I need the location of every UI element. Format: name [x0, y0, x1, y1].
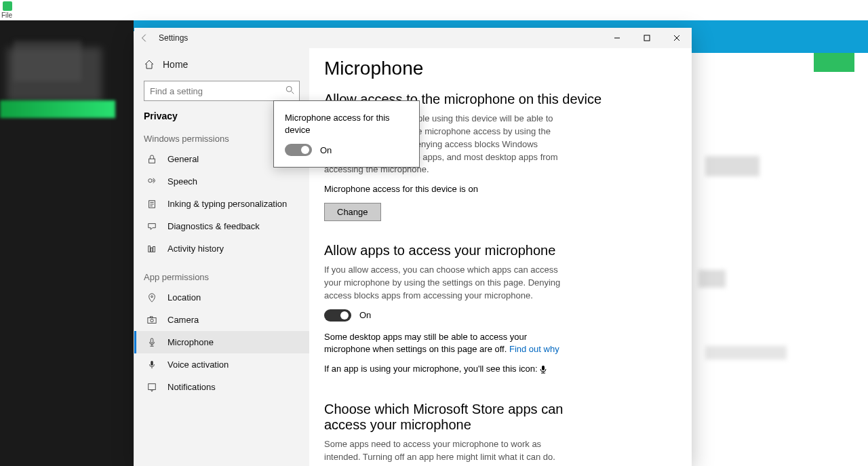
voice-icon: [146, 360, 158, 370]
sidebar-item-voice-activation[interactable]: Voice activation: [134, 353, 309, 376]
sidebar-item-label: Camera: [167, 315, 199, 325]
background-green-bar: [0, 100, 115, 118]
svg-rect-20: [542, 366, 545, 370]
sidebar-item-diagnostics[interactable]: Diagnostics & feedback: [134, 215, 309, 237]
background-blotch: [698, 270, 726, 288]
feedback-icon: [146, 222, 158, 231]
apps-access-toggle[interactable]: On: [324, 309, 673, 322]
section-heading-store-apps: Choose which Microsoft Store apps can ac…: [324, 402, 568, 433]
svg-rect-16: [150, 316, 153, 317]
sidebar-section-app-permissions: App permissions: [134, 272, 309, 286]
svg-line-3: [292, 92, 294, 94]
sidebar-item-location[interactable]: Location: [134, 286, 309, 309]
sidebar-item-label: Voice activation: [167, 360, 229, 370]
sidebar-item-activity[interactable]: Activity history: [134, 237, 309, 260]
sidebar-item-label: Notifications: [167, 382, 216, 392]
page-title: Microphone: [324, 58, 673, 79]
sidebar-home-label: Home: [163, 59, 188, 70]
background-app-menubar: File: [0, 0, 868, 20]
svg-rect-18: [151, 360, 153, 365]
search-input[interactable]: [144, 81, 300, 101]
camera-icon: [146, 315, 158, 325]
background-blotch: [7, 47, 102, 102]
svg-rect-19: [149, 383, 156, 389]
sidebar-item-notifications[interactable]: Notifications: [134, 376, 309, 398]
background-blotch: [705, 156, 760, 176]
minimize-button[interactable]: [602, 28, 632, 48]
lock-icon: [146, 155, 158, 164]
svg-rect-1: [644, 35, 650, 41]
device-access-status: Microphone access for this device is on: [324, 183, 568, 196]
svg-point-5: [149, 178, 152, 182]
microphone-icon: [540, 366, 547, 374]
sidebar-item-label: Inking & typing personalization: [167, 199, 287, 209]
svg-rect-10: [149, 246, 151, 252]
sidebar-item-label: Microphone: [167, 337, 214, 347]
sidebar-home[interactable]: Home: [134, 52, 309, 77]
sidebar-item-label: Diagnostics & feedback: [167, 221, 260, 231]
window-title: Settings: [159, 33, 188, 43]
section-desc: If you allow access, you can choose whic…: [324, 264, 568, 303]
svg-point-15: [151, 319, 153, 322]
sidebar-item-inking[interactable]: Inking & typing personalization: [134, 193, 309, 215]
background-blue-region: [692, 20, 868, 53]
back-button[interactable]: [134, 28, 155, 48]
background-blotch: [705, 346, 787, 360]
find-out-why-link[interactable]: Find out why: [509, 344, 559, 354]
microphone-icon: [146, 338, 158, 347]
svg-rect-11: [151, 248, 153, 252]
sidebar-item-speech[interactable]: Speech: [134, 170, 309, 193]
settings-window: Settings Home Privacy Windows permission…: [134, 28, 692, 466]
background-green-block: [814, 53, 854, 72]
svg-rect-14: [148, 317, 156, 323]
close-button[interactable]: [662, 28, 692, 48]
svg-rect-4: [149, 159, 155, 163]
evernote-icon: [3, 1, 12, 11]
mic-in-use-note: If an app is using your microphone, you'…: [324, 363, 568, 376]
sidebar-item-microphone[interactable]: Microphone: [134, 331, 309, 353]
sidebar-item-label: Activity history: [167, 244, 224, 254]
notifications-icon: [146, 383, 158, 392]
flyout-toggle[interactable]: On: [285, 144, 408, 156]
svg-rect-12: [153, 246, 155, 252]
maximize-button[interactable]: [632, 28, 662, 48]
sidebar-item-label: Location: [167, 292, 201, 303]
home-icon: [144, 59, 155, 70]
flyout-text: Microphone access for this device: [285, 112, 408, 136]
activity-icon: [146, 244, 158, 254]
search-icon: [285, 85, 295, 95]
sidebar-item-label: General: [167, 154, 199, 164]
location-icon: [146, 293, 158, 303]
clipboard-icon: [146, 199, 158, 209]
change-button[interactable]: Change: [324, 203, 381, 221]
titlebar[interactable]: Settings: [134, 28, 692, 48]
background-file-menu[interactable]: File: [1, 12, 12, 19]
sidebar-item-camera[interactable]: Camera: [134, 309, 309, 331]
svg-rect-17: [151, 338, 153, 343]
desktop-apps-note: Some desktop apps may still be able to a…: [324, 331, 568, 357]
sidebar-item-label: Speech: [167, 176, 197, 187]
section-desc: Some apps need to access your microphone…: [324, 438, 568, 464]
microphone-access-flyout: Microphone access for this device On: [273, 100, 420, 168]
svg-point-2: [286, 86, 292, 92]
svg-point-13: [151, 295, 153, 297]
toggle-label: On: [359, 310, 371, 320]
speech-icon: [146, 177, 158, 187]
toggle-label: On: [320, 145, 332, 155]
section-heading-apps-access: Allow apps to access your microphone: [324, 243, 673, 258]
